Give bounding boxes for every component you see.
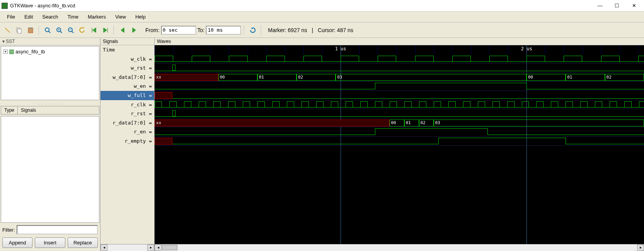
waves-header: Waves [155,38,644,45]
svg-line-7 [60,31,62,33]
maximize-button[interactable]: ☐ [608,0,625,11]
svg-rect-3 [29,27,32,29]
menu-time[interactable]: Time [64,12,82,21]
cursor-status: Cursor: 487 ns [318,27,353,33]
type-signals-tabs: Type Signals [1,106,99,114]
marker-status: Marker: 6927 ns [268,27,307,33]
tree-expander-icon[interactable]: + [3,50,8,54]
seek-start-icon[interactable] [89,25,99,35]
waves-hscroll[interactable]: ◂ ▸ [155,244,644,251]
signal-row[interactable]: w_rst = [101,63,154,73]
time-row: Time [101,45,154,55]
minimize-button[interactable]: — [591,0,608,11]
undo-icon[interactable] [77,25,87,35]
to-label: To: [198,27,205,33]
filter-input[interactable] [17,225,98,234]
svg-line-5 [49,31,50,33]
menu-view[interactable]: View [111,12,130,21]
cut-icon[interactable] [2,25,12,35]
type-tab[interactable]: Type [1,106,18,114]
signals-hscroll[interactable]: ◂ ▸ [101,244,154,251]
scroll-right-icon[interactable]: ▸ [637,244,644,251]
reload-icon[interactable] [248,25,258,35]
wave-canvas[interactable]: 1 us2 usxx00010203000102xx00010203 [155,45,644,244]
scroll-left-icon[interactable]: ◂ [101,244,107,251]
next-edge-icon[interactable] [129,25,139,35]
pane-resizer[interactable]: . . . . . . . [0,101,100,105]
signal-row[interactable]: r_empty = [101,137,154,146]
signals-panel: Signals Timew_clk =w_rst =w_data[7:0] =w… [101,38,155,251]
sst-panel: ▾ SST + async_fifo_tb . . . . . . . Type… [0,38,101,251]
insert-button[interactable]: Insert [35,237,65,248]
menu-file[interactable]: File [3,12,19,21]
signal-row[interactable]: w_full = [101,91,154,100]
tree-root-label: async_fifo_tb [15,49,45,55]
append-button[interactable]: Append [2,237,32,248]
signals-header: Signals [101,38,154,45]
close-button[interactable]: ✕ [625,0,642,11]
app-icon [2,3,8,9]
signal-row[interactable]: w_clk = [101,55,154,64]
signal-row[interactable]: r_rst = [101,109,154,118]
waves-panel: Waves 1 us2 usxx00010203000102xx00010203… [155,38,644,251]
menu-edit[interactable]: Edit [20,12,37,21]
sst-title-label: SST [6,39,15,44]
scroll-left-icon[interactable]: ◂ [155,244,162,251]
filter-label: Filter: [2,227,15,233]
zoom-out-icon[interactable] [66,25,76,35]
menu-search[interactable]: Search [38,12,62,21]
paste-icon[interactable] [26,25,36,35]
scroll-track[interactable] [107,244,147,251]
svg-line-11 [72,31,73,33]
scroll-track[interactable] [162,244,637,251]
zoom-fit-icon[interactable] [43,25,53,35]
signals-list-area[interactable] [1,116,99,223]
signal-row[interactable]: w_en = [101,82,154,91]
menu-bar: FileEditSearchTimeMarkersViewHelp [0,12,644,22]
title-bar: GTKWave - async-fifo_tb.vcd — ☐ ✕ [0,0,644,12]
body: ▾ SST + async_fifo_tb . . . . . . . Type… [0,38,644,251]
prev-edge-icon[interactable] [118,25,128,35]
separator-pipe: | [312,27,313,33]
menu-markers[interactable]: Markers [84,12,110,21]
signal-row[interactable]: r_data[7:0] = [101,118,154,128]
toolbar-separator [39,26,39,35]
toolbar-separator [261,26,262,35]
svg-rect-1 [18,29,21,33]
signal-row[interactable]: r_en = [101,127,154,137]
replace-button[interactable]: Replace [68,237,98,248]
toolbar-separator [244,26,245,35]
tree-root[interactable]: + async_fifo_tb [3,48,97,55]
copy-icon[interactable] [14,25,24,35]
to-input[interactable] [206,26,241,34]
button-row: Append Insert Replace [0,236,100,251]
toolbar: From: To: Marker: 6927 ns | Cursor: 487 … [0,22,644,38]
module-icon [9,50,14,54]
zoom-in-icon[interactable] [54,25,64,35]
signals-tab[interactable]: Signals [18,106,99,114]
toolbar-separator [114,26,114,35]
from-input[interactable] [161,26,196,34]
seek-end-icon[interactable] [101,25,111,35]
scroll-thumb[interactable] [162,245,177,250]
menu-help[interactable]: Help [131,12,150,21]
sst-title: ▾ SST [0,38,100,45]
sst-tree[interactable]: + async_fifo_tb [1,46,99,100]
signal-row[interactable]: w_data[7:0] = [101,73,154,82]
filter-row: Filter: [0,224,100,236]
window-title: GTKWave - async-fifo_tb.vcd [10,3,591,9]
from-label: From: [145,27,160,33]
svg-point-4 [45,28,49,32]
signal-row[interactable]: r_clk = [101,100,154,109]
scroll-right-icon[interactable]: ▸ [147,244,154,251]
signals-list[interactable]: Timew_clk =w_rst =w_data[7:0] =w_en =w_f… [101,45,154,244]
